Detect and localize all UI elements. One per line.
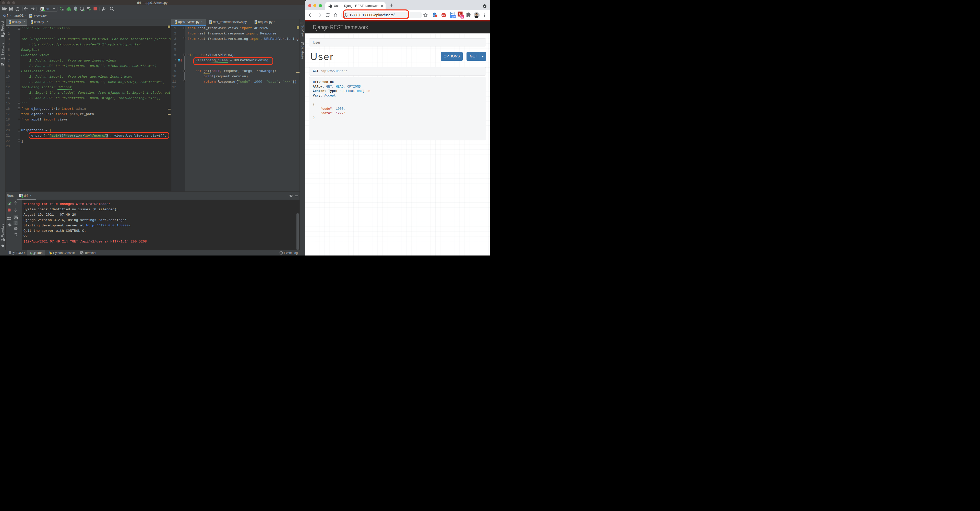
svg-text:dj: dj <box>41 8 43 10</box>
svg-text:ABP: ABP <box>442 14 446 16</box>
svg-text:dj: dj <box>20 194 22 197</box>
svg-text:New: New <box>450 15 455 18</box>
svg-text:drf: drf <box>46 7 49 11</box>
svg-text:$: $ <box>461 15 463 18</box>
